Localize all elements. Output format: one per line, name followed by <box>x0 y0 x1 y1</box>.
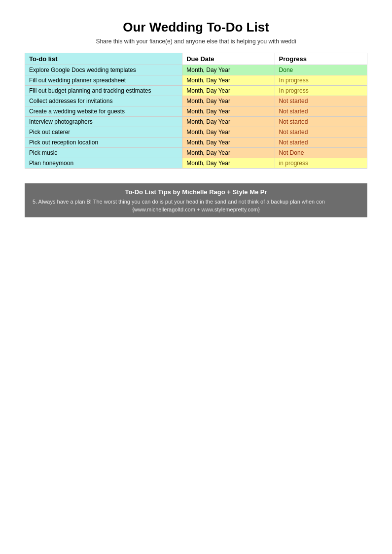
todo-cell: Create a wedding website for guests <box>25 106 182 117</box>
page-title: Our Wedding To-Do List <box>25 20 367 35</box>
todo-cell: Fill out wedding planner spreadsheet <box>25 75 182 86</box>
progress-cell: Not started <box>275 96 367 106</box>
tips-footer: {www.michelleragoltd.com + www.stylemepr… <box>33 207 359 212</box>
page-subtitle: Share this with your fiance(e) and anyon… <box>25 38 367 45</box>
duedate-cell: Month, Day Year <box>182 117 275 127</box>
duedate-cell: Month, Day Year <box>182 127 275 138</box>
status-badge: In progress <box>279 77 309 84</box>
todo-cell: Pick music <box>25 148 182 158</box>
progress-cell: Not started <box>275 138 367 148</box>
status-badge: Not started <box>279 139 308 146</box>
status-badge: Done <box>279 67 293 73</box>
status-badge: Not Done <box>279 149 304 156</box>
todo-cell: Pick out reception location <box>25 138 182 148</box>
table-row: Pick musicMonth, Day YearNot Done <box>25 148 367 158</box>
duedate-cell: Month, Day Year <box>182 75 275 86</box>
todo-table: To-do list Due Date Progress Explore Goo… <box>25 53 367 169</box>
page-content: Our Wedding To-Do List Share this with y… <box>0 0 392 237</box>
todo-cell: Plan honeymoon <box>25 158 182 169</box>
duedate-cell: Month, Day Year <box>182 65 275 75</box>
table-row: Create a wedding website for guestsMonth… <box>25 106 367 117</box>
status-badge: Not started <box>279 118 308 125</box>
header-todo: To-do list <box>25 53 182 65</box>
table-row: Pick out reception locationMonth, Day Ye… <box>25 138 367 148</box>
duedate-cell: Month, Day Year <box>182 158 275 169</box>
duedate-cell: Month, Day Year <box>182 148 275 158</box>
todo-cell: Explore Google Docs wedding templates <box>25 65 182 75</box>
status-badge: Not started <box>279 129 308 136</box>
tips-text: 5. Always have a plan B! The worst thing… <box>33 199 359 205</box>
table-row: Collect addresses for invitationsMonth, … <box>25 96 367 106</box>
progress-cell: In progress <box>275 86 367 96</box>
todo-cell: Collect addresses for invitations <box>25 96 182 106</box>
progress-cell: Not started <box>275 127 367 138</box>
progress-cell: in progress <box>275 158 367 169</box>
table-row: Pick out catererMonth, Day YearNot start… <box>25 127 367 138</box>
progress-cell: Not started <box>275 106 367 117</box>
table-row: Interview photographersMonth, Day YearNo… <box>25 117 367 127</box>
table-header-row: To-do list Due Date Progress <box>25 53 367 65</box>
progress-cell: Not Done <box>275 148 367 158</box>
todo-cell: Interview photographers <box>25 117 182 127</box>
status-badge: Not started <box>279 98 308 104</box>
header-progress: Progress <box>275 53 367 65</box>
duedate-cell: Month, Day Year <box>182 96 275 106</box>
tips-title: To-Do List Tips by Michelle Rago + Style… <box>33 188 359 196</box>
table-row: Plan honeymoonMonth, Day Yearin progress <box>25 158 367 169</box>
todo-cell: Pick out caterer <box>25 127 182 138</box>
duedate-cell: Month, Day Year <box>182 86 275 96</box>
table-row: Fill out budget planning and tracking es… <box>25 86 367 96</box>
status-badge: in progress <box>279 160 308 167</box>
duedate-cell: Month, Day Year <box>182 106 275 117</box>
progress-cell: Done <box>275 65 367 75</box>
status-badge: Not started <box>279 108 308 115</box>
status-badge: In progress <box>279 87 309 94</box>
progress-cell: Not started <box>275 117 367 127</box>
todo-cell: Fill out budget planning and tracking es… <box>25 86 182 96</box>
table-row: Fill out wedding planner spreadsheetMont… <box>25 75 367 86</box>
progress-cell: In progress <box>275 75 367 86</box>
header-duedate: Due Date <box>182 53 275 65</box>
duedate-cell: Month, Day Year <box>182 138 275 148</box>
table-row: Explore Google Docs wedding templatesMon… <box>25 65 367 75</box>
tips-section: To-Do List Tips by Michelle Rago + Style… <box>25 183 367 217</box>
